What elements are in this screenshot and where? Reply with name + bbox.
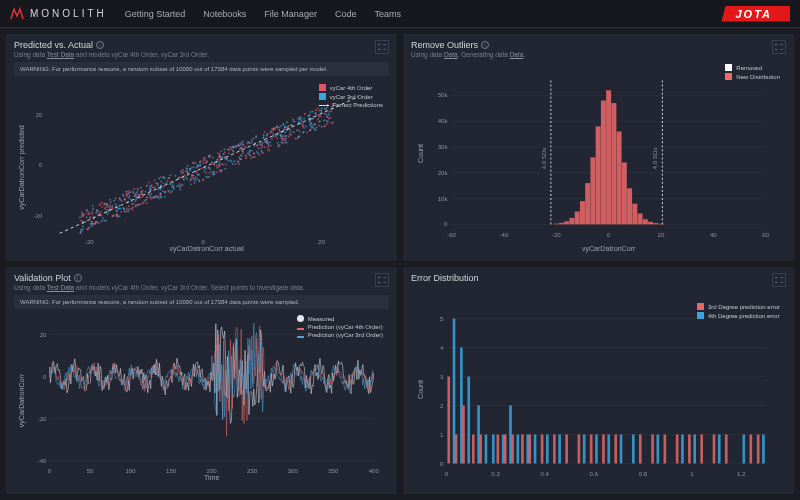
chart-validation-plot[interactable]: Measured Prediction (vyCar 4th Order) Pr… (14, 311, 389, 490)
svg-text:30k: 30k (438, 143, 449, 150)
svg-point-300 (241, 155, 243, 157)
svg-point-354 (303, 127, 305, 129)
svg-point-524 (171, 190, 173, 192)
info-icon[interactable]: i (96, 41, 104, 49)
svg-rect-734 (585, 183, 590, 224)
svg-point-374 (276, 137, 278, 139)
svg-point-422 (137, 194, 139, 196)
svg-point-331 (87, 213, 89, 215)
panel-error-distribution: Error Distribution ⛶ 3rd Degree predicti… (403, 267, 794, 494)
svg-point-495 (157, 183, 159, 185)
svg-point-447 (270, 145, 272, 147)
svg-rect-740 (617, 132, 622, 225)
svg-text:vyCarDatronCorr: vyCarDatronCorr (582, 245, 636, 253)
svg-point-410 (187, 165, 189, 167)
svg-rect-815 (546, 435, 549, 464)
svg-point-297 (115, 197, 117, 199)
svg-point-603 (111, 207, 113, 209)
svg-point-339 (148, 193, 150, 195)
svg-point-458 (152, 186, 154, 188)
brand-logo: MONOLITH (10, 7, 107, 21)
svg-point-319 (91, 221, 93, 223)
svg-point-628 (233, 145, 235, 147)
svg-rect-816 (553, 435, 556, 464)
panel-subtitle: Using data Test Data and models vyCar 4t… (14, 284, 304, 291)
svg-point-567 (92, 205, 94, 207)
chart-predicted-vs-actual[interactable]: vyCar 4th Order vyCar 3rd Order Perfect … (14, 78, 389, 257)
svg-point-212 (82, 226, 84, 228)
svg-point-616 (149, 196, 151, 198)
nav-notebooks[interactable]: Notebooks (203, 9, 246, 19)
svg-point-621 (149, 187, 151, 189)
svg-point-698 (252, 137, 254, 139)
svg-rect-834 (688, 435, 691, 464)
svg-point-128 (102, 217, 104, 219)
svg-point-547 (242, 151, 244, 153)
info-icon[interactable]: i (74, 274, 82, 282)
expand-icon[interactable]: ⛶ (772, 273, 786, 287)
chart-remove-outliers[interactable]: Removed New Distribution -60-40-20020406… (411, 60, 786, 257)
svg-point-571 (128, 208, 130, 210)
svg-rect-814 (541, 435, 544, 464)
svg-point-625 (199, 165, 201, 167)
svg-point-577 (110, 201, 112, 203)
svg-point-353 (196, 170, 198, 172)
svg-point-653 (105, 207, 107, 209)
svg-point-165 (316, 127, 318, 129)
svg-point-333 (310, 129, 312, 131)
svg-rect-799 (472, 435, 475, 464)
info-icon[interactable]: i (481, 41, 489, 49)
svg-point-0 (233, 160, 235, 162)
expand-icon[interactable]: ⛶ (375, 273, 389, 287)
svg-point-456 (180, 170, 182, 172)
svg-rect-731 (569, 218, 574, 224)
svg-point-676 (218, 160, 220, 162)
svg-point-336 (313, 124, 315, 126)
svg-point-562 (132, 207, 134, 209)
panel-title: Remove Outliers (411, 40, 478, 50)
svg-rect-827 (632, 435, 635, 464)
svg-point-485 (268, 150, 270, 152)
svg-point-208 (326, 114, 328, 116)
svg-rect-809 (517, 435, 520, 464)
svg-point-197 (216, 171, 218, 173)
svg-point-146 (101, 206, 103, 208)
svg-point-278 (212, 174, 214, 176)
svg-point-291 (211, 171, 213, 173)
nav-getting-started[interactable]: Getting Started (125, 9, 186, 19)
svg-point-209 (95, 212, 97, 214)
svg-text:1.2: 1.2 (737, 470, 746, 477)
svg-point-450 (192, 162, 194, 164)
svg-point-643 (250, 157, 252, 159)
svg-text:40: 40 (710, 231, 717, 238)
svg-rect-797 (462, 406, 465, 464)
expand-icon[interactable]: ⛶ (772, 40, 786, 54)
svg-point-679 (242, 140, 244, 142)
svg-point-466 (301, 124, 303, 126)
svg-point-341 (288, 136, 290, 138)
svg-point-380 (329, 117, 331, 119)
svg-text:0: 0 (43, 373, 47, 380)
nav-code[interactable]: Code (335, 9, 357, 19)
svg-point-650 (160, 192, 162, 194)
svg-point-478 (312, 118, 314, 120)
svg-point-591 (226, 159, 228, 161)
nav-teams[interactable]: Teams (374, 9, 401, 19)
svg-point-141 (198, 180, 200, 182)
svg-point-433 (330, 110, 332, 112)
svg-rect-821 (590, 435, 593, 464)
svg-point-371 (245, 154, 247, 156)
nav-file-manager[interactable]: File Manager (264, 9, 317, 19)
chart-error-distribution[interactable]: 3rd Degree prediction error 4th Degree p… (411, 289, 786, 490)
svg-point-362 (170, 174, 172, 176)
svg-point-442 (160, 188, 162, 190)
svg-rect-836 (700, 435, 703, 464)
svg-rect-817 (558, 435, 561, 464)
svg-rect-802 (485, 435, 488, 464)
expand-icon[interactable]: ⛶ (375, 40, 389, 54)
svg-point-654 (299, 131, 301, 133)
svg-point-681 (320, 115, 322, 117)
svg-rect-730 (564, 221, 569, 224)
svg-text:1: 1 (690, 470, 694, 477)
svg-point-463 (128, 210, 130, 212)
